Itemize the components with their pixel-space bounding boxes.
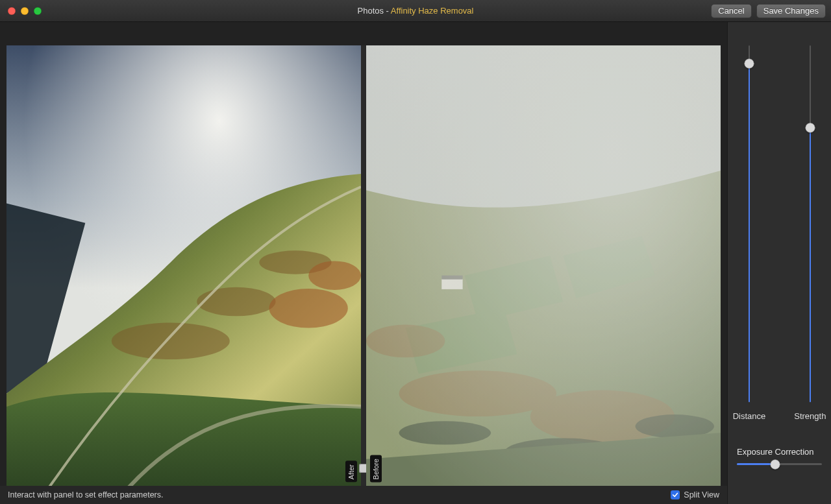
before-image — [366, 45, 721, 486]
after-image — [6, 45, 361, 486]
svg-rect-17 — [366, 45, 721, 486]
svg-point-5 — [269, 289, 347, 328]
distance-label: Distance — [733, 411, 766, 421]
footer: Interact with panel to set effect parame… — [0, 486, 727, 504]
split-preview[interactable]: After — [6, 45, 721, 486]
slider-thumb-icon[interactable] — [744, 58, 754, 68]
save-button[interactable]: Save Changes — [756, 4, 826, 18]
distance-slider[interactable]: Distance — [733, 45, 766, 421]
preview-after: After — [6, 45, 361, 486]
titlebar: Photos - Affinity Haze Removal Cancel Sa… — [0, 0, 831, 22]
cancel-button[interactable]: Cancel — [711, 4, 751, 18]
before-label: Before — [370, 455, 382, 482]
svg-point-2 — [112, 322, 230, 359]
footer-hint: Interact with panel to set effect parame… — [8, 490, 163, 499]
side-panel: Distance Strength Exposure Correction — [727, 22, 831, 504]
canvas-inner: After — [6, 45, 721, 486]
exposure-label: Exposure Correction — [737, 447, 822, 457]
window-title: Photos - Affinity Haze Removal — [0, 6, 831, 16]
window-controls — [0, 7, 42, 15]
split-divider[interactable] — [361, 45, 366, 486]
maximize-icon[interactable] — [34, 7, 42, 15]
strength-label: Strength — [794, 411, 826, 421]
preview-before: Before — [366, 45, 721, 486]
close-icon[interactable] — [8, 7, 16, 15]
after-label: After — [345, 461, 357, 482]
strength-slider[interactable]: Strength — [794, 45, 826, 421]
svg-point-6 — [308, 261, 361, 289]
title-plugin: Affinity Haze Removal — [391, 6, 474, 16]
canvas-area: After — [0, 22, 727, 504]
check-icon — [672, 492, 678, 498]
title-app: Photos — [358, 6, 384, 16]
svg-point-3 — [197, 287, 275, 316]
slider-thumb-icon[interactable] — [805, 123, 815, 132]
minimize-icon[interactable] — [21, 7, 29, 15]
exposure-slider[interactable] — [737, 463, 822, 465]
slider-thumb-icon[interactable] — [770, 459, 780, 469]
split-view-label: Split View — [684, 490, 719, 499]
split-view-checkbox[interactable] — [671, 490, 680, 499]
workspace: After — [0, 22, 831, 504]
